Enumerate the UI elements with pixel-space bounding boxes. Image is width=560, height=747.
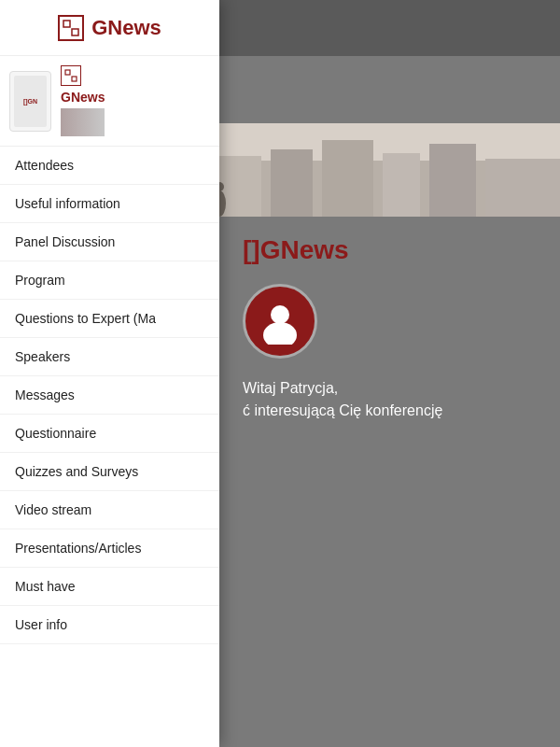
- welcome-line1: Witaj Patrycja,: [243, 377, 545, 400]
- svg-point-28: [263, 322, 297, 345]
- nav-item-questionnaire[interactable]: Questionnaire: [0, 415, 219, 453]
- nav-item-panel-discussion[interactable]: Panel Discussion: [0, 223, 219, 261]
- svg-rect-11: [322, 140, 373, 217]
- sidebar: GNews []GN GNews AttendeesUseful informa…: [0, 0, 219, 747]
- preview-banner-small: [61, 108, 105, 136]
- nav-item-useful-information[interactable]: Useful information: [0, 185, 219, 223]
- sidebar-logo-icon: [58, 15, 84, 41]
- welcome-line2: ć interesującą Cię konferencję: [243, 400, 545, 422]
- nav-item-user-info[interactable]: User info: [0, 606, 219, 644]
- avatar: [243, 284, 317, 359]
- nav-item-must-have[interactable]: Must have: [0, 568, 219, 606]
- preview-name: GNews: [61, 90, 105, 105]
- sidebar-preview: []GN GNews: [0, 56, 219, 147]
- sidebar-header: GNews: [0, 0, 219, 56]
- nav-item-speakers[interactable]: Speakers: [0, 338, 219, 376]
- nav-item-attendees[interactable]: Attendees: [0, 147, 219, 185]
- gnews-title-2: []GNews: [243, 235, 545, 265]
- sidebar-nav[interactable]: AttendeesUseful informationPanel Discuss…: [0, 147, 219, 747]
- svg-rect-14: [485, 159, 560, 217]
- svg-rect-13: [429, 144, 476, 217]
- preview-info: GNews: [61, 65, 105, 136]
- nav-item-messages[interactable]: Messages: [0, 376, 219, 415]
- nav-item-presentationsarticles[interactable]: Presentations/Articles: [0, 529, 219, 568]
- nav-item-program[interactable]: Program: [0, 261, 219, 300]
- svg-rect-29: [63, 21, 70, 27]
- svg-rect-31: [65, 70, 70, 75]
- svg-rect-10: [271, 149, 313, 217]
- nav-item-quizzes-and-surveys[interactable]: Quizzes and Surveys: [0, 453, 219, 491]
- sidebar-logo: GNews: [58, 15, 161, 41]
- svg-point-27: [271, 305, 289, 324]
- preview-phone-inner: []GN: [14, 76, 47, 127]
- nav-item-video-stream[interactable]: Video stream: [0, 491, 219, 529]
- svg-rect-30: [72, 29, 78, 35]
- preview-phone: []GN: [9, 71, 51, 132]
- svg-rect-32: [72, 77, 77, 81]
- svg-rect-12: [383, 153, 420, 217]
- nav-item-questions-to-expert-ma[interactable]: Questions to Expert (Ma: [0, 300, 219, 338]
- preview-logo-icon-sm: [61, 65, 81, 86]
